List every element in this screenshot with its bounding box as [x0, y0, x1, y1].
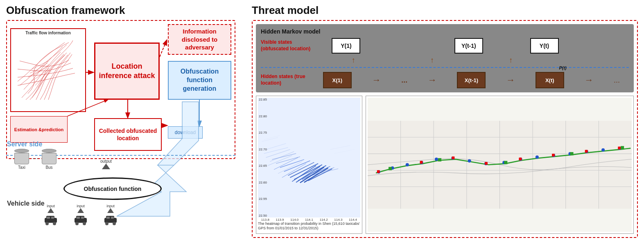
y-label-6: 22.55: [259, 197, 267, 201]
svg-rect-25: [111, 217, 114, 219]
svg-point-22: [105, 222, 108, 225]
hidden-states-row: Hidden states (true location) X(1) → ...…: [261, 72, 629, 88]
server-label: Server side: [7, 141, 42, 148]
hidden-dots: ...: [401, 76, 407, 85]
y-label-3: 22.70: [259, 148, 267, 151]
hidden-arrow-1: →: [372, 75, 381, 85]
svg-rect-95: [621, 146, 624, 149]
visible-state-boxes: Y(1) Y(t-1) Y(t) ...: [314, 38, 629, 54]
cylinder-bus-top: [42, 149, 56, 153]
hidden-arrow-2: →: [428, 75, 437, 85]
heatmap-svg: [258, 98, 360, 217]
output-label: output: [100, 159, 112, 164]
visible-label: Visible states (obfuscated location): [261, 39, 314, 52]
obfus-gen-text: Obfuscation function generation: [171, 67, 228, 93]
car-icon-2: [73, 214, 88, 225]
cylinder-bus-body: [42, 153, 56, 164]
x-label-0: 113.8: [261, 218, 269, 222]
collected-box: Collected obfuscated location: [94, 118, 162, 151]
cylinder-taxi-body: [14, 153, 29, 164]
svg-point-73: [468, 159, 471, 163]
heatmap-title: The heatmap of transition probability in…: [258, 222, 360, 231]
svg-point-11: [53, 222, 56, 225]
car-2: input: [73, 204, 88, 225]
visible-states-row: Visible states (obfuscated location) Y(1…: [261, 38, 629, 54]
obfus-ellipse-text: Obfuscation function: [84, 186, 142, 192]
svg-rect-91: [389, 167, 392, 170]
hmm-title: Hidden Markov model: [261, 28, 629, 35]
x-label-2: 114.0: [290, 218, 298, 222]
svg-point-81: [601, 148, 605, 152]
svg-point-17: [83, 222, 86, 225]
traffic-map-svg: [16, 36, 81, 100]
state-yt1: Y(t-1): [454, 38, 483, 54]
y-label-1: 22.80: [259, 114, 267, 118]
vertical-arrows-row: ↑ ↑ ↑ ↑: [314, 56, 629, 65]
svg-point-71: [435, 158, 438, 161]
svg-rect-84: [420, 161, 423, 164]
svg-rect-94: [570, 152, 574, 155]
visible-end-dots: ...: [606, 42, 611, 49]
obfus-gen-box: Obfuscation function generation: [168, 61, 231, 100]
cylinder-bus-label: Bus: [45, 165, 52, 170]
car-icon-3: [103, 214, 118, 225]
state-y1: Y(1): [332, 38, 360, 54]
output-area: output: [100, 159, 112, 169]
svg-rect-89: [585, 150, 588, 153]
state-yt: Y(t): [530, 38, 559, 54]
svg-rect-85: [452, 157, 455, 159]
hmm-box: Hidden Markov model Visible states (obfu…: [256, 24, 634, 92]
estimation-box: Estimation &prediction: [10, 116, 68, 143]
svg-point-23: [113, 222, 116, 225]
left-panel: Obfuscation framework Traffic flow infor…: [6, 4, 244, 238]
hidden-arrow-4: →: [584, 75, 593, 85]
estimation-text: Estimation &prediction: [14, 127, 63, 132]
bottom-charts: 22.85 22.80 22.75 22.70 22.65 22.60 22.5…: [256, 96, 634, 234]
traffic-flow-box: Traffic flow information: [10, 28, 86, 112]
svg-rect-87: [519, 158, 522, 161]
obfus-ellipse: Obfuscation function: [63, 177, 162, 200]
location-attack-text: Location inference attack: [95, 62, 158, 81]
hidden-state-boxes: X(1) → ... → X(t-1) → X(t) P(t) → ...: [314, 72, 629, 88]
car-3: input: [103, 204, 118, 225]
input-label-3: input: [106, 204, 115, 208]
cylinder-taxi: Taxi: [14, 149, 29, 170]
svg-line-2: [160, 40, 167, 57]
cars-section: input input: [43, 204, 118, 225]
vehicle-label: Vehicle side: [7, 200, 45, 207]
hidden-arrow-3: →: [506, 75, 515, 85]
cylinder-taxi-top: [14, 149, 29, 153]
heatmap-box: 22.85 22.80 22.75 22.70 22.65 22.60 22.5…: [256, 96, 362, 234]
svg-point-10: [45, 222, 49, 225]
x-label-1: 113.9: [276, 218, 284, 222]
y-label-4: 22.65: [259, 164, 267, 168]
svg-point-69: [406, 163, 409, 166]
v-arrow-2: ↑: [430, 56, 434, 65]
collected-text: Collected obfuscated location: [97, 127, 159, 142]
info-disclosed-text: Information disclosed to adversary: [171, 27, 228, 52]
output-arrow: [102, 164, 110, 169]
v-arrow-3: ↑: [509, 56, 513, 65]
input-label-1: input: [47, 204, 55, 208]
traffic-title: Traffic flow information: [25, 31, 71, 35]
x-label-3: 114.1: [305, 218, 313, 222]
right-panel: Threat model Hidden Markov model Visible…: [252, 4, 638, 238]
hmm-content: Visible states (obfuscated location) Y(1…: [261, 38, 629, 88]
hmm-divider: [261, 67, 629, 68]
hidden-xt-text: X(t): [545, 77, 554, 83]
hidden-xt: X(t) P(t): [536, 72, 564, 88]
svg-rect-86: [485, 162, 488, 165]
svg-rect-93: [504, 161, 507, 164]
svg-rect-13: [51, 217, 54, 219]
cylinder-taxi-label: Taxi: [18, 165, 25, 170]
download-box[interactable]: download: [168, 126, 203, 139]
cylinders-row: Taxi ... Bus: [14, 149, 56, 170]
route-box: Estimated location Actual location Obfus…: [366, 96, 634, 234]
location-attack-box: Location inference attack: [94, 43, 160, 100]
svg-rect-83: [377, 170, 380, 173]
heatmap-canvas: 22.85 22.80 22.75 22.70 22.65 22.60 22.5…: [258, 98, 360, 217]
v-arrow-placeholder: ↑: [588, 56, 591, 65]
x-label-4: 114.2: [320, 218, 328, 222]
cylinder-dots: ...: [32, 152, 38, 161]
diagram-area: Traffic flow information: [6, 20, 235, 229]
